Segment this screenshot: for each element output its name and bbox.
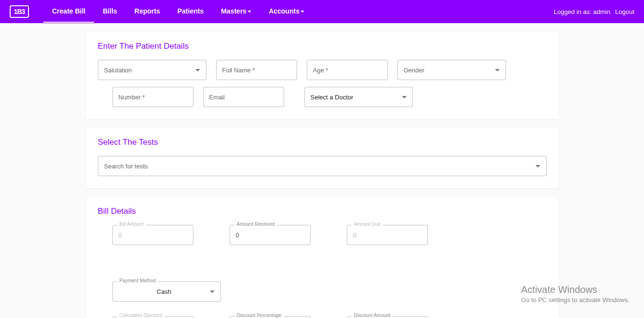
chevron-down-icon (495, 69, 500, 71)
watermark-sub: Go to PC settings to activate Windows. (521, 296, 630, 304)
logo[interactable]: 1B3 (10, 5, 29, 18)
payment-method-value: Cash (119, 288, 210, 295)
patient-details-card: Enter The Patient Details Salutation Gen… (86, 32, 559, 119)
nav-bills[interactable]: Bills (94, 0, 126, 23)
watermark-title: Activate Windows (521, 284, 630, 295)
payment-method-select[interactable]: Cash (112, 281, 221, 302)
chevron-down-icon (301, 11, 304, 13)
bill-amount-input (112, 225, 193, 245)
age-input[interactable] (307, 60, 388, 80)
nav-label: Create Bill (52, 7, 85, 15)
disc-percent-label: Discount Percentage (234, 313, 284, 318)
number-input[interactable] (112, 87, 193, 107)
nav-right: Logged in as: admin Logout (554, 8, 634, 15)
amount-received-label: Amount Received (234, 221, 277, 227)
chevron-down-icon (535, 165, 540, 167)
calc-discount-label: Calculated Discount (117, 313, 165, 318)
gender-label: Gender (404, 67, 425, 74)
salutation-label: Salutation (104, 67, 132, 74)
nav-label: Masters (221, 7, 247, 15)
bill-amount-label: Bill Amount (117, 221, 146, 227)
nav-label: Bills (103, 7, 117, 15)
full-name-input[interactable] (216, 60, 297, 80)
bill-details-card: Bill Details Bill Amount Amount Received… (86, 197, 559, 318)
card-title-bill: Bill Details (98, 207, 547, 216)
chevron-down-icon (402, 96, 407, 98)
chevron-down-icon (247, 11, 251, 13)
nav-label: Accounts (269, 7, 300, 15)
chevron-down-icon (210, 290, 215, 293)
gender-select[interactable]: Gender (397, 60, 506, 80)
nav-patients[interactable]: Patients (169, 0, 212, 23)
doctor-select[interactable]: Select a Doctor (304, 87, 413, 107)
logout-link[interactable]: Logout (615, 8, 634, 15)
nav-reports[interactable]: Reports (126, 0, 169, 23)
email-input[interactable] (203, 87, 284, 107)
search-tests-label: Search for tests (104, 163, 148, 170)
search-tests-select[interactable]: Search for tests (98, 156, 547, 176)
navbar: 1B3 Create Bill Bills Reports Patients M… (0, 0, 644, 23)
chevron-down-icon (195, 69, 200, 71)
salutation-select[interactable]: Salutation (98, 60, 206, 80)
card-title-tests: Select The Tests (98, 138, 547, 147)
doctor-label: Select a Doctor (311, 94, 354, 101)
logged-in-text: Logged in as: admin (554, 8, 610, 15)
card-title-patient: Enter The Patient Details (98, 41, 547, 51)
nav-create-bill[interactable]: Create Bill (43, 0, 94, 23)
amount-received-input[interactable] (230, 225, 311, 245)
nav-label: Reports (135, 7, 160, 15)
nav-masters[interactable]: Masters (212, 0, 260, 23)
windows-watermark: Activate Windows Go to PC settings to ac… (521, 284, 630, 304)
nav-accounts[interactable]: Accounts (260, 0, 313, 23)
amount-due-input (347, 225, 428, 245)
amount-due-label: Amount Due (352, 221, 384, 227)
nav-label: Patients (178, 7, 204, 15)
payment-method-label: Payment Method (117, 278, 159, 283)
disc-amount-label: Discount Amount (352, 313, 393, 318)
select-tests-card: Select The Tests Search for tests (86, 128, 559, 188)
nav-items: Create Bill Bills Reports Patients Maste… (43, 0, 313, 23)
